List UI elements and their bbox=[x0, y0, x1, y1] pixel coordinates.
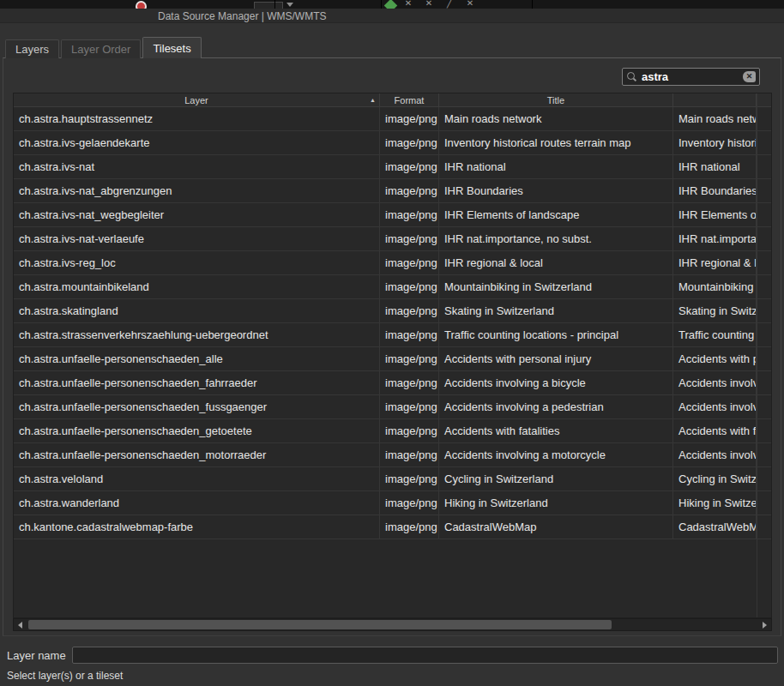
scale-widget[interactable] bbox=[254, 2, 283, 9]
cell-spacer bbox=[757, 443, 771, 466]
dropdown-caret-icon[interactable] bbox=[286, 3, 293, 7]
column-header-format[interactable]: Format bbox=[380, 93, 439, 106]
cell-layer: ch.astra.strassenverkehrszaehlung-ueberg… bbox=[14, 323, 380, 346]
table-row[interactable]: ch.astra.ivs-nat_wegbegleiterimage/pngIH… bbox=[14, 203, 771, 227]
cell-title: Accidents involving a pedestrian bbox=[439, 395, 673, 418]
layer-name-input[interactable] bbox=[72, 647, 778, 664]
cell-layer: ch.astra.mountainbikeland bbox=[14, 275, 380, 298]
split-tool-icon[interactable]: ╱ bbox=[444, 0, 455, 9]
table-row[interactable]: ch.astra.hauptstrassennetzimage/pngMain … bbox=[14, 107, 771, 131]
table-row[interactable]: ch.astra.strassenverkehrszaehlung-ueberg… bbox=[14, 323, 771, 347]
scrollbar-thumb[interactable] bbox=[28, 620, 612, 629]
cell-layer: ch.astra.ivs-nat_wegbegleiter bbox=[14, 203, 380, 226]
table-row[interactable]: ch.astra.velolandimage/pngCycling in Swi… bbox=[14, 467, 771, 491]
cell-format: image/png bbox=[380, 179, 439, 202]
cell-layer: ch.astra.ivs-reg_loc bbox=[14, 251, 380, 274]
cell-title: Skating in Switzerland bbox=[439, 299, 673, 322]
table-row[interactable]: ch.astra.ivs-nat_abgrenzungenimage/pngIH… bbox=[14, 179, 771, 203]
cell-spacer bbox=[757, 299, 771, 322]
cell-title: Accidents with fatalities bbox=[439, 419, 673, 442]
scroll-left-button[interactable] bbox=[14, 619, 27, 630]
cell-abstract: Skating in Switzerland bbox=[673, 299, 757, 322]
table-row[interactable]: ch.astra.wanderlandimage/pngHiking in Sw… bbox=[14, 491, 771, 515]
table-row[interactable]: ch.astra.skatinglandimage/pngSkating in … bbox=[14, 299, 771, 323]
tab-label: Layers bbox=[15, 43, 49, 56]
search-value[interactable]: astra bbox=[642, 70, 743, 83]
cell-title: IHR Boundaries bbox=[439, 179, 673, 202]
status-text: Select layer(s) or a tileset bbox=[7, 670, 123, 682]
cell-spacer bbox=[757, 347, 771, 370]
cell-layer: ch.astra.ivs-nat-verlaeufe bbox=[14, 227, 380, 250]
cell-title: Accidents with personal injury bbox=[439, 347, 673, 370]
cell-spacer bbox=[757, 203, 771, 226]
cell-format: image/png bbox=[380, 299, 439, 322]
cell-spacer bbox=[757, 155, 771, 178]
scrollbar-track[interactable] bbox=[27, 619, 758, 630]
cell-title: CadastralWebMap bbox=[439, 515, 673, 539]
cell-format: image/png bbox=[380, 347, 439, 370]
vertex-tool-icon[interactable]: ✕ bbox=[403, 0, 413, 9]
dialog-titlebar[interactable]: Data Source Manager | WMS/WMTS bbox=[0, 9, 784, 23]
table-row[interactable]: ch.kantone.cadastralwebmap-farbeimage/pn… bbox=[14, 515, 771, 539]
cell-spacer bbox=[757, 275, 771, 298]
record-red-icon[interactable] bbox=[136, 1, 147, 9]
cell-layer: ch.astra.hauptstrassennetz bbox=[14, 107, 380, 130]
column-header-title[interactable]: Title bbox=[439, 93, 673, 106]
column-header-layer[interactable]: Layer ▲ bbox=[14, 93, 380, 106]
cell-format: image/png bbox=[380, 155, 439, 178]
table-row[interactable]: ch.astra.ivs-nat-verlaeufeimage/pngIHR n… bbox=[14, 227, 771, 251]
cell-layer: ch.astra.veloland bbox=[14, 467, 380, 490]
scroll-right-button[interactable] bbox=[758, 619, 771, 630]
table-row[interactable]: ch.astra.ivs-reg_locimage/pngIHR regiona… bbox=[14, 251, 771, 275]
sort-ascending-icon: ▲ bbox=[370, 97, 376, 104]
table-row[interactable]: ch.astra.unfaelle-personenschaeden_allei… bbox=[14, 347, 771, 371]
tab-tilesets[interactable]: Tilesets bbox=[142, 37, 201, 58]
cell-abstract: Traffic counting locations - principal bbox=[673, 323, 757, 346]
cell-abstract: Accidents involving a motorcycle bbox=[673, 443, 757, 466]
cell-abstract: Mountainbiking in Switzerland bbox=[673, 275, 757, 298]
cell-title: Mountainbiking in Switzerland bbox=[439, 275, 673, 298]
table-header: Layer ▲ Format Title bbox=[14, 93, 771, 107]
table-row[interactable]: ch.astra.unfaelle-personenschaeden_motor… bbox=[14, 443, 771, 467]
toolbar-separator bbox=[274, 0, 275, 9]
cell-format: image/png bbox=[380, 371, 439, 394]
cell-abstract: Accidents with fatalities bbox=[673, 419, 757, 442]
cell-spacer bbox=[757, 251, 771, 274]
cell-abstract: Cycling in Switzerland bbox=[673, 467, 757, 490]
cell-title: Cycling in Switzerland bbox=[439, 467, 673, 490]
cell-abstract: Hiking in Switzerland bbox=[673, 491, 757, 514]
cell-abstract: IHR Elements of landscape bbox=[673, 203, 757, 226]
table-row[interactable]: ch.astra.ivs-natimage/pngIHR nationalIHR… bbox=[14, 155, 771, 179]
cut-tool-icon[interactable]: ✕ bbox=[424, 0, 434, 9]
cell-layer: ch.astra.ivs-gelaendekarte bbox=[14, 131, 380, 154]
search-input[interactable]: astra ✕ bbox=[622, 68, 760, 86]
cell-layer: ch.astra.unfaelle-personenschaeden_getoe… bbox=[14, 419, 380, 442]
cell-abstract: IHR nat.importance, no subst. bbox=[673, 227, 757, 250]
cell-spacer bbox=[757, 491, 771, 514]
cell-format: image/png bbox=[380, 443, 439, 466]
table-row[interactable]: ch.astra.mountainbikelandimage/pngMounta… bbox=[14, 275, 771, 299]
cell-format: image/png bbox=[380, 323, 439, 346]
tab-layers[interactable]: Layers bbox=[5, 39, 59, 58]
merge-tool-icon[interactable]: ✕ bbox=[465, 0, 475, 9]
column-header-abstract[interactable] bbox=[673, 93, 757, 106]
green-vertex-icon[interactable] bbox=[384, 0, 398, 9]
tilesets-panel: astra ✕ Layer ▲ Format Title bbox=[3, 57, 781, 636]
cell-spacer bbox=[757, 131, 771, 154]
cell-title: Accidents involving a motorcycle bbox=[439, 443, 673, 466]
clear-search-icon[interactable]: ✕ bbox=[743, 71, 756, 82]
table-row[interactable]: ch.astra.ivs-gelaendekarteimage/pngInven… bbox=[14, 131, 771, 155]
cell-spacer bbox=[757, 395, 771, 418]
toolbar-separator bbox=[381, 0, 382, 9]
cell-abstract: Accidents with personal injury bbox=[673, 347, 757, 370]
cell-abstract: Main roads network bbox=[673, 107, 757, 130]
table-row[interactable]: ch.astra.unfaelle-personenschaeden_fahrr… bbox=[14, 371, 771, 395]
cell-abstract: IHR national bbox=[673, 155, 757, 178]
table-row[interactable]: ch.astra.unfaelle-personenschaeden_getoe… bbox=[14, 419, 771, 443]
tab-label: Tilesets bbox=[153, 42, 190, 55]
table-row[interactable]: ch.astra.unfaelle-personenschaeden_fussg… bbox=[14, 395, 771, 419]
cell-spacer bbox=[757, 371, 771, 394]
tabbar: Layers Layer Order Tilesets bbox=[5, 37, 202, 58]
dialog-title: Data Source Manager | WMS/WMTS bbox=[158, 10, 327, 22]
horizontal-scrollbar[interactable] bbox=[13, 618, 772, 631]
